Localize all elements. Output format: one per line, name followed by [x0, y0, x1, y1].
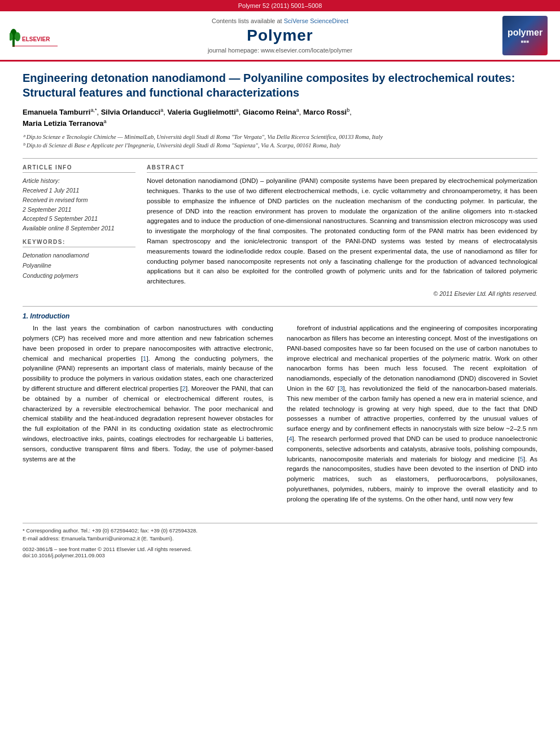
- history-label: Article history:: [23, 176, 135, 186]
- abstract-label: Abstract: [147, 164, 537, 173]
- affil-sup-a5: a: [104, 119, 107, 124]
- svg-rect-5: [12, 46, 58, 46]
- svg-point-2: [15, 32, 20, 41]
- keywords-section: Keywords: Detonation nanodiamond Polyani…: [23, 239, 135, 281]
- volume-text: Polymer 52 (2011) 5001–5008: [238, 2, 322, 9]
- affiliation-a: ᵃ Dip.to Scienze e Tecnologie Chimiche —…: [23, 133, 537, 142]
- email-text: E-mail address: Emanuela.Tamburri@unirom…: [23, 535, 174, 541]
- article-info-column: Article Info Article history: Received 1…: [23, 164, 135, 297]
- author-marco: Marco Rossi: [303, 108, 347, 116]
- footer-copyright: 0032-3861/$ – see front matter © 2011 El…: [23, 546, 537, 558]
- section-1-title: 1. Introduction: [23, 312, 537, 320]
- footer-area: * Corresponding author. Tel.: +39 (0) 67…: [23, 523, 537, 559]
- badge-label: polymer: [508, 28, 542, 38]
- section-divider-2: [23, 306, 537, 307]
- doi-line: doi:10.1016/j.polymer.2011.09.003: [23, 552, 537, 558]
- body-section: 1. Introduction In the last years the co…: [23, 312, 537, 509]
- received-revised-label: Received in revised form: [23, 195, 135, 205]
- section-divider-1: [23, 158, 537, 159]
- sciverse-text: Contents lists available at SciVerse Sci…: [212, 18, 348, 24]
- body-col-left: In the last years the combination of car…: [23, 324, 273, 509]
- svg-text:ELSEVIER: ELSEVIER: [22, 36, 50, 42]
- author-maria: Maria Letizia Terranova: [23, 119, 104, 128]
- ref-4[interactable]: 4: [288, 435, 292, 442]
- article-title: Engineering detonation nanodiamond — Pol…: [23, 71, 537, 100]
- elsevier-logo-icon: ELSEVIER: [10, 23, 60, 48]
- ref-2[interactable]: 2: [182, 385, 186, 392]
- affiliations: ᵃ Dip.to Scienze e Tecnologie Chimiche —…: [23, 133, 537, 151]
- issn-line: 0032-3861/$ – see front matter © 2011 El…: [23, 546, 537, 552]
- body-para-1-right: forefront of industrial applications and…: [287, 324, 537, 505]
- received-date: Received 1 July 2011: [23, 186, 135, 195]
- journal-header: ELSEVIER Contents lists available at Sci…: [0, 11, 560, 61]
- polymer-badge: polymer ■■■: [502, 16, 548, 55]
- corresponding-note: * Corresponding author. Tel.: +39 (0) 67…: [23, 527, 537, 535]
- info-abstract-section: Article Info Article history: Received 1…: [23, 164, 537, 297]
- keyword-1: Detonation nanodiamond: [23, 251, 135, 261]
- author-giacomo: Giacomo Reina: [243, 108, 296, 116]
- content-area: Engineering detonation nanodiamond — Pol…: [0, 62, 560, 518]
- body-two-col: In the last years the combination of car…: [23, 324, 537, 509]
- ref-5[interactable]: 5: [520, 456, 523, 462]
- body-col-right: forefront of industrial applications and…: [287, 324, 537, 509]
- page-wrapper: Polymer 52 (2011) 5001–5008 ELSEVIER Con…: [0, 0, 560, 558]
- svg-rect-0: [12, 39, 15, 47]
- copyright-line: © 2011 Elsevier Ltd. All rights reserved…: [147, 290, 537, 297]
- online-date: Available online 8 September 2011: [23, 224, 135, 233]
- author-emanuela: Emanuela Tamburri: [23, 108, 90, 116]
- body-para-1-left: In the last years the combination of car…: [23, 324, 273, 464]
- elsevier-logo-area: ELSEVIER: [7, 16, 63, 55]
- authors-line: Emanuela Tamburria,*, Silvia Orlanduccia…: [23, 107, 537, 129]
- author-silvia: Silvia Orlanducci: [101, 108, 161, 116]
- article-history-section: Article Info Article history: Received 1…: [23, 164, 135, 233]
- journal-badge-area: polymer ■■■: [497, 16, 553, 55]
- keywords-label: Keywords:: [23, 239, 135, 247]
- affil-sup-a1: a,*: [90, 107, 97, 113]
- journal-volume-bar: Polymer 52 (2011) 5001–5008: [0, 0, 560, 11]
- affiliation-b: ᵇ Dip.to di Scienze di Base e Applicate …: [23, 141, 537, 150]
- ref-1[interactable]: 1: [143, 355, 146, 362]
- journal-header-center: Contents lists available at SciVerse Sci…: [69, 16, 491, 55]
- ref-3[interactable]: 3: [339, 385, 343, 392]
- abstract-text: Novel detonation nanodiamond (DND) – pol…: [147, 176, 537, 287]
- email-note: E-mail address: Emanuela.Tamburri@unirom…: [23, 535, 537, 543]
- revised-date: 2 September 2011: [23, 205, 135, 215]
- article-info-label: Article Info: [23, 164, 135, 173]
- abstract-column: Abstract Novel detonation nanodiamond (D…: [147, 164, 537, 297]
- journal-homepage: journal homepage: www.elsevier.com/locat…: [208, 47, 352, 54]
- author-valeria: Valeria Guglielmotti: [167, 108, 235, 116]
- keyword-3: Conducting polymers: [23, 271, 135, 281]
- keyword-2: Polyaniline: [23, 261, 135, 271]
- accepted-date: Accepted 5 September 2011: [23, 214, 135, 224]
- journal-name: Polymer: [247, 27, 313, 45]
- sciverse-link[interactable]: SciVerse ScienceDirect: [284, 18, 348, 24]
